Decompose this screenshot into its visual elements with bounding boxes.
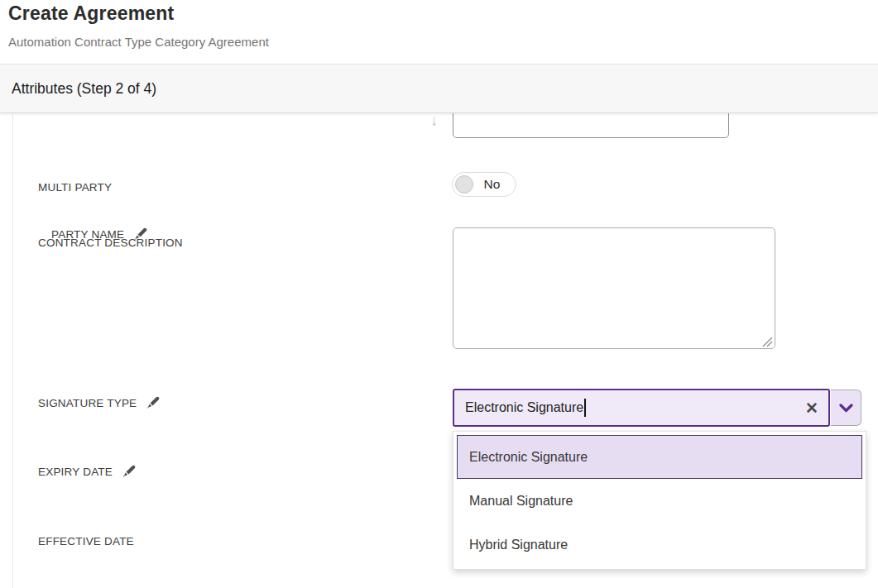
toggle-state-label: No	[473, 177, 516, 192]
section-title: Attributes (Step 2 of 4)	[12, 80, 156, 98]
dropdown-option-electronic-signature[interactable]: Electronic Signature	[457, 435, 862, 479]
contract-description-label-row: CONTRACT DESCRIPTION	[38, 237, 183, 249]
page-title: Create Agreement	[8, 2, 174, 25]
edit-pen-icon[interactable]	[145, 395, 161, 411]
section-header: Attributes (Step 2 of 4)	[0, 64, 878, 113]
multi-party-label: MULTI PARTY	[38, 181, 112, 194]
contract-description-textarea[interactable]	[453, 227, 775, 349]
dropdown-toggle-button[interactable]	[831, 390, 861, 426]
dropdown-option-manual-signature[interactable]: Manual Signature	[457, 479, 862, 523]
effective-date-label: EFFECTIVE DATE	[38, 535, 134, 547]
multi-party-toggle[interactable]: No	[452, 172, 516, 197]
expiry-date-label: EXPIRY DATE	[38, 466, 113, 478]
expiry-date-label-row: EXPIRY DATE	[38, 464, 137, 480]
create-agreement-page: Create Agreement Automation Contract Typ…	[0, 0, 878, 588]
signature-type-input[interactable]: Electronic Signature ✕	[453, 389, 830, 427]
effective-date-label-row: EFFECTIVE DATE	[38, 535, 134, 547]
chevron-down-icon	[839, 404, 853, 413]
toggle-knob	[455, 175, 473, 194]
text-cursor	[584, 399, 586, 417]
dropdown-option-hybrid-signature[interactable]: Hybrid Signature	[457, 523, 862, 566]
signature-type-dropdown: Electronic Signature Manual Signature Hy…	[453, 431, 866, 570]
signature-type-value: Electronic Signature	[465, 400, 583, 415]
down-arrow-icon: ↓	[430, 112, 439, 130]
page-subtitle: Automation Contract Type Category Agreem…	[8, 35, 269, 49]
contract-description-label: CONTRACT DESCRIPTION	[38, 237, 183, 249]
signature-type-label: SIGNATURE TYPE	[38, 397, 137, 409]
clear-x-icon[interactable]: ✕	[805, 400, 818, 416]
edit-pen-icon[interactable]	[121, 464, 137, 480]
multi-party-label-row: MULTI PARTY	[38, 181, 112, 194]
signature-type-label-row: SIGNATURE TYPE	[38, 395, 161, 411]
